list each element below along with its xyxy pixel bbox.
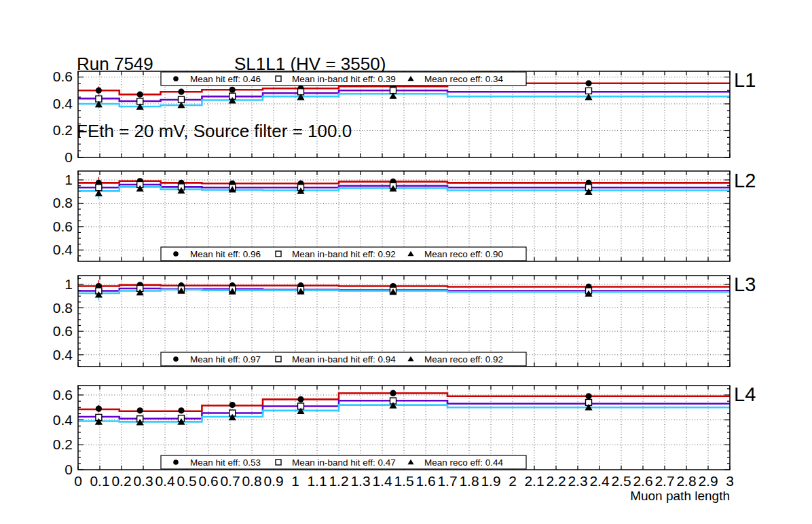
svg-text:0.9: 0.9 bbox=[263, 473, 283, 489]
svg-text:0.1: 0.1 bbox=[90, 473, 109, 489]
x-tick-labels: 00.10.20.30.40.50.60.70.80.911.11.21.31.… bbox=[74, 473, 734, 489]
svg-text:2.2: 2.2 bbox=[546, 473, 566, 489]
panel-label-l4: L4 bbox=[734, 383, 756, 406]
svg-text:0.8: 0.8 bbox=[242, 473, 261, 489]
panel-label-l1: L1 bbox=[734, 69, 756, 92]
legend-label-reco-efficiency: Mean reco eff: 0.34 bbox=[424, 74, 504, 84]
legend: Mean hit eff: 0.53Mean in-band hit eff: … bbox=[161, 455, 526, 469]
svg-text:0: 0 bbox=[64, 149, 73, 165]
svg-text:0.2: 0.2 bbox=[53, 122, 73, 138]
legend-label-reco-efficiency: Mean reco eff: 0.90 bbox=[424, 249, 503, 259]
svg-text:0.2: 0.2 bbox=[111, 473, 131, 489]
legend-label-reco-efficiency: Mean reco eff: 0.44 bbox=[424, 457, 504, 468]
hit-efficiency-line bbox=[78, 393, 730, 411]
in-band-hit-efficiency-line bbox=[78, 400, 730, 419]
hit-efficiency-line bbox=[78, 181, 730, 183]
hit-efficiency-line bbox=[78, 285, 730, 287]
svg-text:1.4: 1.4 bbox=[372, 473, 392, 489]
panel-label-l2: L2 bbox=[734, 170, 756, 192]
y-tick-labels: 0.40.60.81 bbox=[53, 172, 73, 257]
svg-text:0.6: 0.6 bbox=[53, 219, 73, 234]
svg-text:2: 2 bbox=[509, 473, 517, 489]
panel-l1: Mean hit eff: 0.46Mean in-band hit eff: … bbox=[53, 69, 730, 165]
legend-label-in-band-hit-efficiency: Mean in-band hit eff: 0.92 bbox=[292, 249, 396, 259]
legend-label-in-band-hit-efficiency: Mean in-band hit eff: 0.94 bbox=[292, 354, 396, 364]
panel-l2: Mean hit eff: 0.96Mean in-band hit eff: … bbox=[53, 171, 730, 261]
svg-text:1.3: 1.3 bbox=[350, 473, 370, 489]
svg-text:0.6: 0.6 bbox=[53, 387, 73, 403]
svg-text:0.4: 0.4 bbox=[155, 473, 175, 489]
svg-text:1.6: 1.6 bbox=[416, 473, 435, 489]
y-tick-labels: 00.20.40.6 bbox=[53, 69, 73, 165]
svg-text:2.3: 2.3 bbox=[568, 473, 587, 489]
svg-text:0.3: 0.3 bbox=[133, 473, 153, 489]
legend: Mean hit eff: 0.96Mean in-band hit eff: … bbox=[161, 247, 526, 261]
panel-l3: Mean hit eff: 0.97Mean in-band hit eff: … bbox=[53, 276, 730, 367]
svg-text:0.5: 0.5 bbox=[177, 473, 196, 489]
y-tick-labels: 0.40.60.81 bbox=[53, 276, 73, 362]
svg-text:1.7: 1.7 bbox=[437, 473, 457, 489]
legend-label-in-band-hit-efficiency: Mean in-band hit eff: 0.39 bbox=[292, 74, 396, 84]
svg-text:0.6: 0.6 bbox=[198, 473, 218, 489]
legend-label-in-band-hit-efficiency: Mean in-band hit eff: 0.47 bbox=[292, 457, 396, 468]
legend-label-hit-efficiency: Mean hit eff: 0.46 bbox=[190, 74, 261, 84]
svg-text:3: 3 bbox=[726, 473, 734, 489]
x-axis-title: Muon path length bbox=[630, 489, 730, 504]
svg-text:0.4: 0.4 bbox=[53, 96, 73, 111]
root-canvas: Run 7549SL1L1 (HV = 3550) FEth = 20 mV, … bbox=[0, 0, 812, 524]
svg-text:1.9: 1.9 bbox=[481, 473, 500, 489]
svg-text:2.4: 2.4 bbox=[589, 473, 610, 489]
svg-text:1.2: 1.2 bbox=[329, 473, 348, 489]
legend-label-hit-efficiency: Mean hit eff: 0.53 bbox=[190, 457, 261, 468]
svg-text:0.6: 0.6 bbox=[53, 69, 73, 84]
svg-text:1.5: 1.5 bbox=[394, 473, 413, 489]
svg-text:2.1: 2.1 bbox=[524, 473, 544, 489]
svg-text:1: 1 bbox=[291, 473, 299, 489]
legend-label-hit-efficiency: Mean hit eff: 0.96 bbox=[190, 249, 261, 259]
svg-text:0: 0 bbox=[64, 462, 73, 477]
svg-text:0.8: 0.8 bbox=[53, 300, 73, 316]
svg-text:0.6: 0.6 bbox=[53, 323, 73, 339]
legend: Mean hit eff: 0.46Mean in-band hit eff: … bbox=[161, 72, 526, 86]
svg-text:1: 1 bbox=[64, 276, 73, 292]
svg-text:1.1: 1.1 bbox=[307, 473, 327, 489]
svg-text:0.4: 0.4 bbox=[53, 347, 73, 362]
panel-label-l3: L3 bbox=[734, 274, 756, 296]
svg-text:2.5: 2.5 bbox=[611, 473, 631, 489]
svg-text:0.2: 0.2 bbox=[53, 436, 73, 452]
svg-text:2.6: 2.6 bbox=[633, 473, 652, 489]
svg-text:0.4: 0.4 bbox=[53, 242, 73, 257]
svg-text:0.4: 0.4 bbox=[53, 412, 73, 428]
svg-text:0.8: 0.8 bbox=[53, 195, 73, 210]
legend-label-hit-efficiency: Mean hit eff: 0.97 bbox=[190, 354, 261, 364]
panel-l4: Mean hit eff: 0.53Mean in-band hit eff: … bbox=[53, 386, 734, 489]
efficiency-plot: Mean hit eff: 0.46Mean in-band hit eff: … bbox=[0, 0, 812, 524]
svg-text:1.8: 1.8 bbox=[459, 473, 479, 489]
svg-text:2.8: 2.8 bbox=[676, 473, 696, 489]
svg-text:0: 0 bbox=[74, 473, 82, 489]
svg-text:0.7: 0.7 bbox=[220, 473, 240, 489]
svg-text:2.7: 2.7 bbox=[654, 473, 674, 489]
error-bars bbox=[98, 392, 589, 426]
svg-text:1: 1 bbox=[64, 172, 73, 187]
svg-text:2.9: 2.9 bbox=[698, 473, 718, 489]
legend-label-reco-efficiency: Mean reco eff: 0.92 bbox=[424, 354, 503, 364]
legend: Mean hit eff: 0.97Mean in-band hit eff: … bbox=[161, 352, 526, 366]
y-tick-labels: 00.20.40.6 bbox=[53, 387, 73, 477]
